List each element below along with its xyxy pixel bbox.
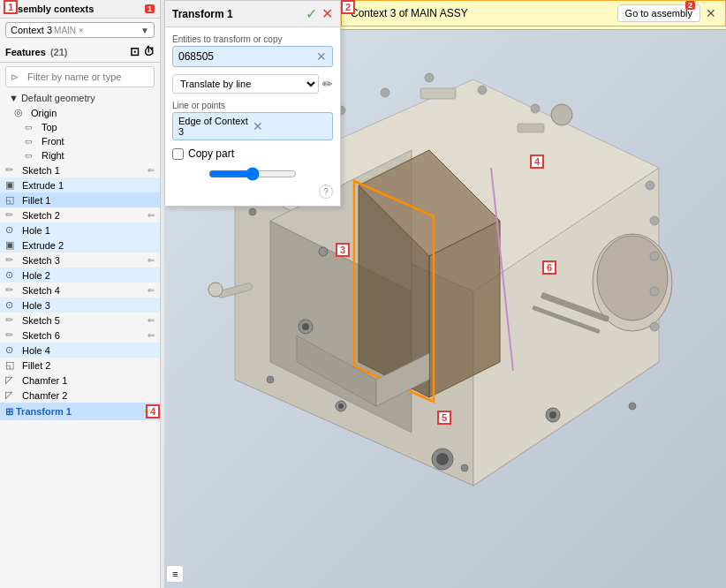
entities-label: Entities to transform or copy bbox=[172, 34, 333, 44]
transform-body: Entities to transform or copy ✕ Translat… bbox=[165, 27, 340, 206]
tree-origin[interactable]: ◎ Origin bbox=[0, 105, 160, 120]
features-icon-2[interactable]: ⏱ bbox=[143, 45, 155, 58]
tree-sketch1[interactable]: ✏ Sketch 1 ⇐ bbox=[0, 162, 160, 177]
svg-point-43 bbox=[531, 104, 540, 113]
tree-extrude2[interactable]: ▣ Extrude 2 bbox=[0, 237, 160, 253]
tree-default-geometry[interactable]: ▼ Default geometry bbox=[0, 91, 160, 105]
badge-4b: 4 bbox=[146, 404, 160, 418]
sketch-icon-3: ✏ bbox=[5, 254, 19, 266]
context-label: Context 3 bbox=[11, 25, 52, 35]
method-select[interactable]: Translate by line bbox=[172, 74, 319, 94]
features-title: Features (21) bbox=[5, 47, 67, 57]
features-icon-1[interactable]: ⊡ bbox=[130, 45, 140, 58]
context-banner-badge: 2 bbox=[685, 1, 695, 10]
entities-input[interactable] bbox=[178, 50, 316, 63]
svg-point-20 bbox=[597, 236, 668, 320]
plane-icon-right: ▭ bbox=[25, 151, 39, 160]
dropdown-chevron-icon: ▼ bbox=[140, 26, 149, 35]
context-sub: MAIN × bbox=[54, 26, 84, 35]
transform-confirm-button[interactable]: ✓ bbox=[306, 5, 317, 22]
features-header: Features (21) ⊡ ⏱ bbox=[0, 41, 160, 63]
tree-chamfer1[interactable]: ◸ Chamfer 1 bbox=[0, 373, 160, 388]
tree-right[interactable]: ▭ Right bbox=[0, 148, 160, 162]
help-icon[interactable]: ? bbox=[319, 185, 333, 199]
context-dropdown[interactable]: Context 3 MAIN × ▼ bbox=[5, 22, 155, 38]
tree-sketch5[interactable]: ✏ Sketch 5 ⇐ bbox=[0, 313, 160, 328]
svg-point-40 bbox=[381, 88, 389, 97]
svg-point-17 bbox=[549, 411, 556, 418]
fillet-icon-2: ◱ bbox=[5, 359, 19, 371]
line-clear-icon[interactable]: ✕ bbox=[253, 119, 327, 133]
tree-hole4[interactable]: ⊙ Hole 4 bbox=[0, 343, 160, 358]
tree-extrude1[interactable]: ▣ Extrude 1 bbox=[0, 177, 160, 192]
badge-1: 1 bbox=[4, 0, 18, 14]
line-value: Edge of Context 3 bbox=[178, 116, 253, 137]
badge-3: 3 bbox=[336, 243, 350, 257]
slider-row bbox=[172, 167, 333, 181]
svg-point-22 bbox=[208, 283, 223, 297]
svg-point-36 bbox=[650, 252, 659, 260]
entities-clear-icon[interactable]: ✕ bbox=[316, 49, 327, 64]
tree-fillet1[interactable]: ◱ Fillet 1 bbox=[0, 192, 160, 207]
copy-label: Copy part bbox=[188, 147, 234, 160]
tree-sketch4[interactable]: ✏ Sketch 4 ⇐ bbox=[0, 283, 160, 298]
features-list: ▼ Default geometry ◎ Origin ▭ Top ▭ Fron… bbox=[0, 91, 160, 588]
tree-hole3[interactable]: ⊙ Hole 3 bbox=[0, 298, 160, 313]
tree-hole1[interactable]: ⊙ Hole 1 bbox=[0, 222, 160, 237]
extrude-icon-2: ▣ bbox=[5, 239, 19, 251]
copy-checkbox[interactable] bbox=[172, 148, 184, 160]
hole-icon-3: ⊙ bbox=[5, 299, 19, 311]
sketch-icon-6: ✏ bbox=[5, 329, 19, 341]
svg-point-18 bbox=[319, 247, 328, 256]
svg-point-31 bbox=[461, 464, 468, 471]
context-banner-close-icon[interactable]: ✕ bbox=[706, 6, 716, 20]
svg-point-34 bbox=[646, 181, 654, 190]
svg-point-35 bbox=[650, 216, 659, 225]
help-row: ? bbox=[172, 185, 333, 199]
svg-point-41 bbox=[425, 73, 434, 82]
tree-front[interactable]: ▭ Front bbox=[0, 134, 160, 148]
hole-icon-4: ⊙ bbox=[5, 344, 19, 356]
badge-6: 6 bbox=[542, 260, 556, 275]
bottom-panel-button[interactable]: ≡ bbox=[166, 565, 184, 583]
context-banner-actions: Go to assembly ✕ bbox=[617, 4, 716, 22]
method-row: Translate by line ✏ bbox=[172, 74, 333, 94]
transform-slider[interactable] bbox=[208, 167, 297, 181]
arrow-icon-2: ⇐ bbox=[147, 210, 155, 220]
origin-icon: ◎ bbox=[14, 107, 28, 118]
tree-hole2[interactable]: ⊙ Hole 2 bbox=[0, 268, 160, 283]
transform-panel-header: Transform 1 ✓ ✕ bbox=[165, 1, 340, 27]
svg-rect-23 bbox=[420, 88, 456, 99]
hole-icon-1: ⊙ bbox=[5, 224, 19, 236]
fillet-icon-1: ◱ bbox=[5, 194, 19, 206]
transform-icon: ⊞ bbox=[5, 406, 13, 418]
plane-icon-top: ▭ bbox=[25, 123, 39, 132]
svg-point-33 bbox=[249, 208, 256, 215]
line-label: Line or points bbox=[172, 101, 333, 110]
tree-fillet2[interactable]: ◱ Fillet 2 bbox=[0, 358, 160, 373]
svg-point-38 bbox=[650, 322, 659, 331]
transform-cancel-button[interactable]: ✕ bbox=[321, 5, 333, 22]
method-pencil-icon[interactable]: ✏ bbox=[322, 77, 333, 91]
context-banner: Context 3 of MAIN ASSY 2 Go to assembly … bbox=[341, 0, 726, 26]
assembly-contexts-header: Assembly contexts 1 bbox=[0, 0, 160, 19]
svg-point-30 bbox=[267, 376, 274, 383]
svg-point-32 bbox=[629, 403, 636, 410]
tree-sketch6[interactable]: ✏ Sketch 6 ⇐ bbox=[0, 328, 160, 343]
arrow-icon-6: ⇐ bbox=[147, 330, 155, 340]
tree-sketch2[interactable]: ✏ Sketch 2 ⇐ bbox=[0, 207, 160, 222]
tree-sketch3[interactable]: ✏ Sketch 3 ⇐ bbox=[0, 253, 160, 268]
tree-top[interactable]: ▭ Top bbox=[0, 120, 160, 134]
chevron-icon: ▼ bbox=[9, 93, 19, 103]
tree-chamfer2[interactable]: ◸ Chamfer 2 bbox=[0, 388, 160, 403]
chamfer-icon-2: ◸ bbox=[5, 389, 19, 401]
left-panel: Assembly contexts 1 Context 3 MAIN × ▼ F… bbox=[0, 0, 161, 588]
tree-transform1[interactable]: ⊞ Transform 1 ⇐ bbox=[0, 403, 160, 420]
assembly-badge: 1 bbox=[145, 4, 155, 13]
features-icons: ⊡ ⏱ bbox=[130, 45, 155, 58]
transform-header-actions: ✓ ✕ bbox=[306, 5, 333, 22]
svg-point-37 bbox=[650, 287, 659, 296]
filter-input[interactable] bbox=[22, 69, 149, 85]
transform-title: Transform 1 bbox=[172, 8, 233, 20]
badge-5: 5 bbox=[437, 411, 451, 425]
